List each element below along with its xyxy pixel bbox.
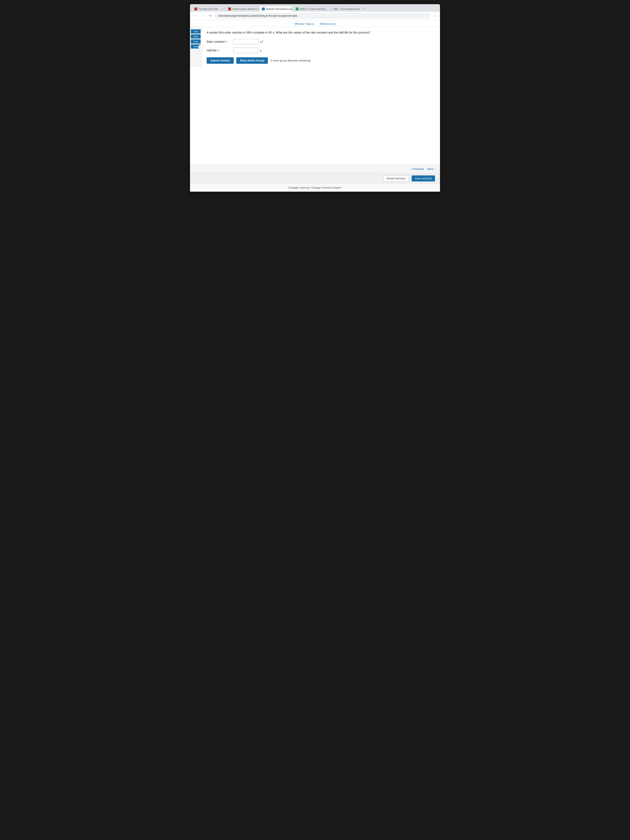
references-link[interactable]: [References]: [320, 22, 335, 25]
top-links: [Review Topics] [References]: [190, 20, 440, 27]
tab-favicon-4: [295, 8, 298, 10]
half-life-label: Half-life =: [207, 49, 232, 52]
next-label: Next: [427, 167, 433, 171]
back-button[interactable]: ←: [193, 13, 198, 19]
collapse-arrow-icon: ‹: [200, 46, 201, 49]
tab-label-4: OWLv2 | Online teaching an: [300, 8, 326, 10]
tab-favicon-2: [228, 8, 231, 10]
browser-window: The Bad Girls Club - ✕ Suede Classic Wom…: [190, 4, 440, 192]
next-button[interactable]: Next ›: [427, 167, 435, 171]
previous-label: Previous: [412, 167, 424, 171]
tab-spanish[interactable]: Spanish 102 Examen Capitus ✕: [259, 6, 292, 12]
tab-favicon-1: [194, 8, 197, 10]
bookmark-button[interactable]: ☆: [432, 13, 437, 19]
next-chevron-icon: ›: [434, 167, 435, 171]
half-life-input[interactable]: [233, 48, 258, 53]
action-row: Email Instructor Save and Exit: [190, 173, 440, 183]
content-spacer: [190, 67, 440, 164]
tab-label-3: Spanish 102 Examen Capitus: [266, 8, 292, 10]
footer-text: Cengage Learning | Cengage Technical Sup…: [288, 186, 342, 189]
previous-button[interactable]: ‹ Previous: [411, 167, 424, 171]
main-layout: 1req 2req 1req 1req ‹ A certain first-or…: [190, 27, 440, 67]
tab-owlv2[interactable]: OWLv2 | Online teaching an ✕: [293, 6, 326, 12]
tab-bar: The Bad Girls Club - ✕ Suede Classic Wom…: [190, 4, 440, 12]
half-life-row: Half-life = s: [207, 48, 435, 53]
tab-favicon-5: 📧: [329, 8, 332, 10]
bottom-nav: ‹ Previous Next ›: [190, 164, 440, 173]
main-content: A certain first-order reaction is 38% co…: [202, 27, 440, 67]
tab-suede[interactable]: Suede Classic Women's Sne ✕: [226, 6, 259, 12]
rate-constant-unit: s-1: [260, 40, 263, 44]
save-and-exit-button[interactable]: Save and Exit: [412, 175, 435, 182]
rate-constant-row: Rate constant = s-1: [207, 39, 435, 44]
tab-mail[interactable]: 📧 Mail - T'lexus Brianna Ganti ✕: [327, 6, 360, 12]
tab-label-5: Mail - T'lexus Brianna Ganti: [333, 8, 360, 10]
tab-label-2: Suede Classic Women's Sne: [232, 8, 259, 10]
address-bar[interactable]: n/ilrn/takeAssignment/takeCovalentActivi…: [215, 13, 430, 19]
sidebar-item-1req-1[interactable]: 1req: [191, 29, 201, 33]
email-instructor-button[interactable]: Email Instructor: [383, 175, 409, 182]
half-life-unit: s: [260, 49, 262, 52]
address-bar-row: ← → ↻ n/ilrn/takeAssignment/takeCovalent…: [190, 12, 440, 20]
attempts-remaining-text: 9 more group attempts remaining: [270, 59, 310, 62]
tab-bad-girls[interactable]: The Bad Girls Club - ✕: [192, 6, 225, 12]
tab-favicon-3: [262, 8, 265, 10]
content-area: [Review Topics] [References] 1req 2req 1…: [190, 20, 440, 192]
rate-constant-input[interactable]: [233, 39, 258, 44]
review-topics-link[interactable]: [Review Topics]: [295, 22, 314, 25]
rate-constant-superscript: -1: [262, 40, 263, 42]
new-tab-button[interactable]: +: [360, 5, 366, 11]
collapse-sidebar-button[interactable]: ‹: [198, 45, 203, 49]
sidebar-item-1req-2[interactable]: 1req: [191, 39, 201, 44]
rate-constant-label: Rate constant =: [207, 40, 232, 43]
footer: Cengage Learning | Cengage Technical Sup…: [190, 183, 440, 192]
submit-answer-button[interactable]: Submit Answer: [207, 57, 234, 64]
previous-chevron-icon: ‹: [411, 167, 412, 171]
sidebar-item-2req[interactable]: 2req: [191, 35, 201, 38]
button-row: Submit Answer Retry Entire Group 9 more …: [207, 57, 435, 64]
tab-close-1[interactable]: ✕: [221, 8, 223, 10]
reload-button[interactable]: ↻: [207, 13, 213, 19]
forward-button[interactable]: →: [200, 13, 206, 19]
tab-label-1: The Bad Girls Club -: [199, 8, 219, 10]
retry-entire-group-button[interactable]: Retry Entire Group: [236, 57, 268, 64]
question-text: A certain first-order reaction is 38% co…: [207, 30, 435, 35]
